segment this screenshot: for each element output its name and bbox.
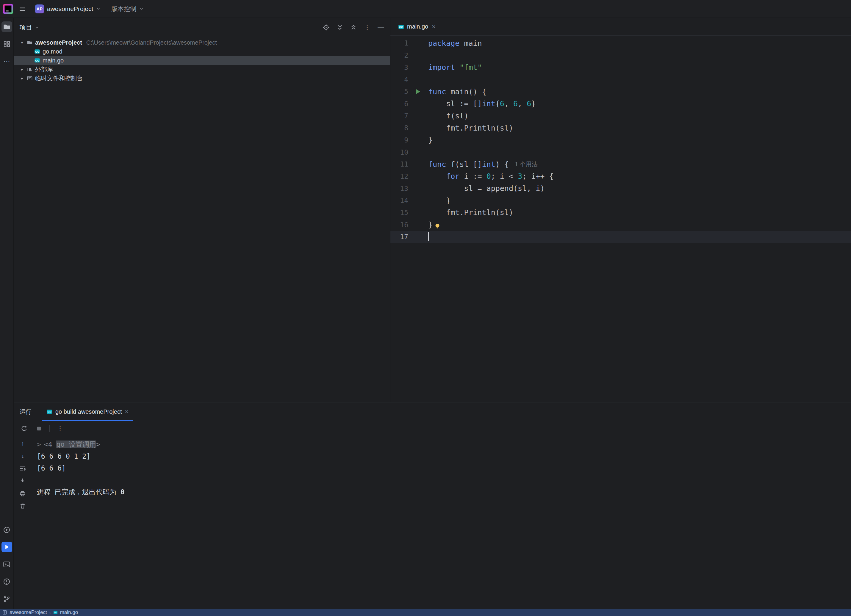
line-number: 8 [390,124,408,132]
run-header: 运行 GO go build awesomeProject × [14,403,851,421]
svg-text:GO: GO [35,50,39,53]
chevron-down-icon [35,25,39,30]
run-more-button[interactable]: ⋮ [56,424,65,433]
rerun-icon [21,425,28,432]
tree-item-gomod[interactable]: GO go.mod [14,47,390,56]
options-button[interactable]: ⋮ [363,23,371,32]
tool-button-structure[interactable] [2,39,12,50]
console-output[interactable]: ><4 go 设置调用>[6 6 6 0 1 2][6 6 6]进程 已完成，退… [32,436,851,609]
tree-item-root[interactable]: ▾ awesomeProject C:\Users\meowr\GolandPr… [14,38,390,47]
project-title[interactable]: 项目 [20,23,39,32]
code-text: fmt.Println(sl) [427,208,513,217]
tree-item-label: main.go [42,57,64,64]
more-horizontal-icon: ⋯ [2,57,11,66]
print-button[interactable] [18,489,27,497]
tree-collapsed-icon[interactable]: ▸ [20,67,24,72]
scroll-to-end-button[interactable] [18,477,27,485]
code-line[interactable]: 8 fmt.Println(sl) [390,122,851,134]
code-line[interactable]: 6 sl := []int{6, 6, 6} [390,98,851,110]
folder-icon [27,39,33,45]
run-tab-label: go build awesomeProject [55,409,122,415]
line-number: 6 [390,100,408,108]
tree-item-scratches[interactable]: ▸ 临时文件和控制台 [14,74,390,83]
close-icon[interactable]: × [125,408,129,416]
code-line[interactable]: 11func f(sl []int) {1 个用法 [390,158,851,170]
breadcrumb-project[interactable]: awesomeProject [9,610,47,615]
go-file-icon: GO [53,610,58,615]
titlebar: AP awesomeProject 版本控制 [0,0,851,18]
code-text: fmt.Println(sl) [427,124,513,132]
code-line[interactable]: 2 [390,50,851,62]
stop-button[interactable] [35,424,44,433]
project-widget[interactable]: AP awesomeProject [32,3,104,15]
vcs-widget[interactable]: 版本控制 [108,3,147,15]
tree-item-maingo[interactable]: GO main.go [14,56,390,65]
code-text: sl := []int{6, 6, 6} [427,99,535,108]
rerun-button[interactable] [20,424,29,433]
line-number: 7 [390,112,408,120]
tool-button-services[interactable] [2,524,12,535]
tool-button-version-control[interactable] [2,593,12,604]
tool-button-terminal[interactable] [2,559,12,569]
project-header: 项目 ⋮ [14,18,390,37]
expand-all-button[interactable] [335,23,344,32]
folder-icon [3,23,11,31]
scroll-to-end-icon [20,478,26,484]
trash-icon [20,503,26,509]
tree-item-external-libraries[interactable]: ▸ 外部库 [14,65,390,74]
code-line[interactable]: 4 [390,74,851,86]
code-line[interactable]: 10 [390,146,851,158]
code-text: } [427,196,451,205]
tool-button-problems[interactable] [2,576,12,587]
line-number: 16 [390,221,408,229]
run-icon [4,544,10,550]
code-line[interactable]: 14 } [390,195,851,207]
code-text: package main [427,39,482,48]
clear-console-button[interactable] [18,502,27,510]
code-line[interactable]: 15 fmt.Println(sl) [390,207,851,219]
close-icon[interactable]: × [432,23,436,31]
code-text: } [427,221,441,229]
code-line[interactable]: 3import "fmt" [390,61,851,74]
run-gutter-icon[interactable] [408,88,427,96]
collapse-all-button[interactable] [349,23,358,32]
tree-item-path: C:\Users\meowr\GolandProjects\awesomePro… [86,39,217,46]
breadcrumb-file[interactable]: main.go [60,610,78,615]
tree-expanded-icon[interactable]: ▾ [20,40,24,45]
console-line [37,474,851,486]
vcs-label: 版本控制 [111,5,136,13]
code-text: for i := 0; i < 3; i++ { [427,172,553,180]
code-line[interactable]: 12 for i := 0; i < 3; i++ { [390,170,851,183]
code-line[interactable]: 5func main() { [390,86,851,98]
tree-collapsed-icon[interactable]: ▸ [20,75,24,81]
run-tab[interactable]: GO go build awesomeProject × [42,403,133,421]
editor-tabbar: GO main.go × [390,18,851,36]
nav-up-button[interactable]: ↑ [18,439,27,448]
console-line: [6 6 6 0 1 2] [37,450,851,462]
tool-button-project[interactable] [2,21,12,32]
goland-logo-icon[interactable] [3,4,13,14]
editor-code-lines[interactable]: 1package main23import "fmt"45func main()… [390,37,851,243]
code-line[interactable]: 1package main [390,37,851,50]
code-line[interactable]: 13 sl = append(sl, i) [390,182,851,195]
project-avatar: AP [35,5,44,14]
console-line: ><4 go 设置调用> [37,439,851,450]
soft-wrap-button[interactable] [18,464,27,473]
usages-inlay-hint[interactable]: 1 个用法 [515,160,538,168]
editor-code-area[interactable]: 1package main23import "fmt"45func main()… [390,36,851,402]
line-number: 12 [390,173,408,180]
nav-down-button[interactable]: ↓ [18,452,27,460]
run-console: ↑ ↓ [14,436,851,609]
hide-panel-button[interactable]: — [376,23,385,32]
tool-button-run[interactable] [2,542,12,552]
code-line[interactable]: 7 f(sl) [390,110,851,122]
editor-tab-maingo[interactable]: GO main.go × [393,18,441,35]
main-menu-button[interactable] [17,4,27,14]
tool-button-more[interactable]: ⋯ [2,56,12,67]
intention-bulb-icon[interactable] [434,222,441,230]
locate-file-button[interactable] [322,23,331,32]
code-line[interactable]: 17 [390,231,851,243]
window-layout-icon[interactable] [2,610,7,615]
code-line[interactable]: 9} [390,134,851,146]
code-line[interactable]: 16} [390,219,851,231]
